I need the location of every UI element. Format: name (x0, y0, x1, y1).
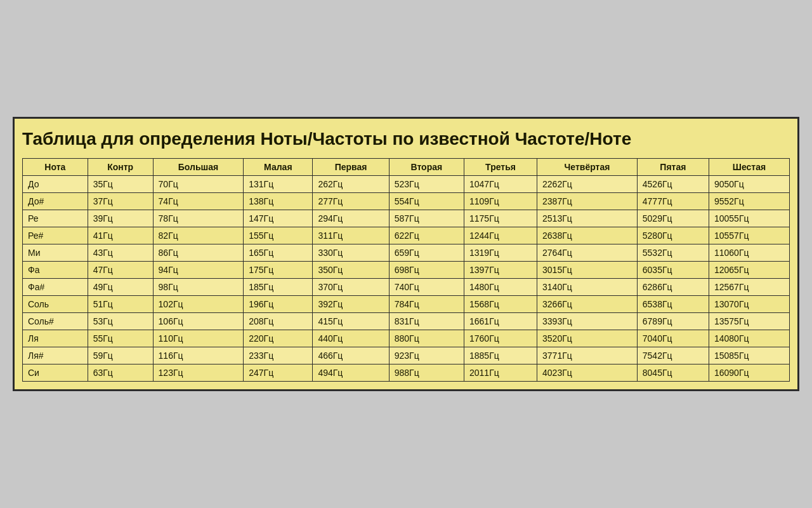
frequency-cell: 51Гц (88, 296, 153, 313)
frequency-cell: 262Гц (313, 176, 389, 193)
frequency-cell: 988Гц (389, 364, 464, 382)
frequency-cell: 5532Гц (637, 244, 709, 262)
frequency-cell: 3015Гц (537, 262, 638, 279)
table-row: Фа47Гц94Гц175Гц350Гц698Гц1397Гц3015Гц603… (23, 262, 790, 279)
frequency-cell: 53Гц (88, 313, 153, 330)
frequency-cell: 233Гц (244, 347, 313, 364)
frequency-cell: 6789Гц (637, 313, 709, 330)
frequency-cell: 6538Гц (637, 296, 709, 313)
frequency-cell: 831Гц (389, 313, 464, 330)
frequency-cell: 9552Гц (709, 193, 789, 210)
table-row: Си63Гц123Гц247Гц494Гц988Гц2011Гц4023Гц80… (23, 364, 790, 382)
frequency-cell: 49Гц (88, 279, 153, 296)
frequency-cell: 59Гц (88, 347, 153, 364)
frequency-cell: 880Гц (389, 330, 464, 347)
frequency-cell: 12065Гц (709, 262, 789, 279)
frequency-cell: 106Гц (153, 313, 244, 330)
frequency-cell: 3520Гц (537, 330, 638, 347)
note-cell: Фа# (23, 279, 88, 296)
table-row: До35Гц70Гц131Гц262Гц523Гц1047Гц2262Гц452… (23, 176, 790, 193)
frequency-cell: 3771Гц (537, 347, 638, 364)
frequency-cell: 10557Гц (709, 227, 789, 244)
page-title: Таблица для определения Ноты/Частоты по … (22, 126, 790, 152)
note-cell: Ре# (23, 227, 88, 244)
main-container: Таблица для определения Ноты/Частоты по … (13, 117, 799, 391)
column-header: Пятая (637, 159, 709, 176)
table-row: Ми43Гц86Гц165Гц330Гц659Гц1319Гц2764Гц553… (23, 244, 790, 262)
frequency-cell: 86Гц (153, 244, 244, 262)
frequency-cell: 3140Гц (537, 279, 638, 296)
column-header: Малая (244, 159, 313, 176)
table-body: До35Гц70Гц131Гц262Гц523Гц1047Гц2262Гц452… (23, 176, 790, 382)
frequency-cell: 131Гц (244, 176, 313, 193)
frequency-cell: 5280Гц (637, 227, 709, 244)
frequency-cell: 12567Гц (709, 279, 789, 296)
note-cell: До# (23, 193, 88, 210)
frequency-cell: 185Гц (244, 279, 313, 296)
frequency-cell: 5029Гц (637, 210, 709, 227)
frequency-cell: 294Гц (313, 210, 389, 227)
note-cell: Ми (23, 244, 88, 262)
frequency-cell: 923Гц (389, 347, 464, 364)
note-cell: Ре (23, 210, 88, 227)
table-row: Ре39Гц78Гц147Гц294Гц587Гц1175Гц2513Гц502… (23, 210, 790, 227)
table-row: Соль#53Гц106Гц208Гц415Гц831Гц1661Гц3393Г… (23, 313, 790, 330)
frequency-cell: 13575Гц (709, 313, 789, 330)
frequency-cell: 350Гц (313, 262, 389, 279)
frequency-cell: 2262Гц (537, 176, 638, 193)
column-header: Нота (23, 159, 88, 176)
frequency-cell: 1244Гц (464, 227, 537, 244)
frequency-cell: 1568Гц (464, 296, 537, 313)
frequency-cell: 37Гц (88, 193, 153, 210)
frequency-cell: 15085Гц (709, 347, 789, 364)
frequency-cell: 1109Гц (464, 193, 537, 210)
frequency-cell: 147Гц (244, 210, 313, 227)
frequency-cell: 1397Гц (464, 262, 537, 279)
frequency-cell: 523Гц (389, 176, 464, 193)
frequency-cell: 78Гц (153, 210, 244, 227)
frequency-cell: 622Гц (389, 227, 464, 244)
table-row: До#37Гц74Гц138Гц277Гц554Гц1109Гц2387Гц47… (23, 193, 790, 210)
frequency-cell: 16090Гц (709, 364, 789, 382)
frequency-cell: 7542Гц (637, 347, 709, 364)
frequency-cell: 2638Гц (537, 227, 638, 244)
table-row: Фа#49Гц98Гц185Гц370Гц740Гц1480Гц3140Гц62… (23, 279, 790, 296)
frequency-cell: 1175Гц (464, 210, 537, 227)
frequency-cell: 116Гц (153, 347, 244, 364)
frequency-table: НотаКонтрБольшаяМалаяПерваяВтораяТретьяЧ… (22, 158, 790, 382)
frequency-cell: 6035Гц (637, 262, 709, 279)
frequency-cell: 63Гц (88, 364, 153, 382)
frequency-cell: 4023Гц (537, 364, 638, 382)
frequency-cell: 4526Гц (637, 176, 709, 193)
frequency-cell: 138Гц (244, 193, 313, 210)
frequency-cell: 392Гц (313, 296, 389, 313)
frequency-cell: 277Гц (313, 193, 389, 210)
column-header: Большая (153, 159, 244, 176)
frequency-cell: 82Гц (153, 227, 244, 244)
note-cell: До (23, 176, 88, 193)
frequency-cell: 1760Гц (464, 330, 537, 347)
frequency-cell: 43Гц (88, 244, 153, 262)
note-cell: Соль (23, 296, 88, 313)
frequency-cell: 9050Гц (709, 176, 789, 193)
frequency-cell: 41Гц (88, 227, 153, 244)
note-cell: Соль# (23, 313, 88, 330)
note-cell: Ля# (23, 347, 88, 364)
frequency-cell: 659Гц (389, 244, 464, 262)
frequency-cell: 13070Гц (709, 296, 789, 313)
frequency-cell: 123Гц (153, 364, 244, 382)
frequency-cell: 1047Гц (464, 176, 537, 193)
frequency-cell: 247Гц (244, 364, 313, 382)
column-header: Четвёртая (537, 159, 638, 176)
frequency-cell: 94Гц (153, 262, 244, 279)
frequency-cell: 35Гц (88, 176, 153, 193)
frequency-cell: 3266Гц (537, 296, 638, 313)
frequency-cell: 11060Гц (709, 244, 789, 262)
frequency-cell: 494Гц (313, 364, 389, 382)
frequency-cell: 784Гц (389, 296, 464, 313)
frequency-cell: 7040Гц (637, 330, 709, 347)
frequency-cell: 55Гц (88, 330, 153, 347)
frequency-cell: 740Гц (389, 279, 464, 296)
frequency-cell: 47Гц (88, 262, 153, 279)
frequency-cell: 208Гц (244, 313, 313, 330)
